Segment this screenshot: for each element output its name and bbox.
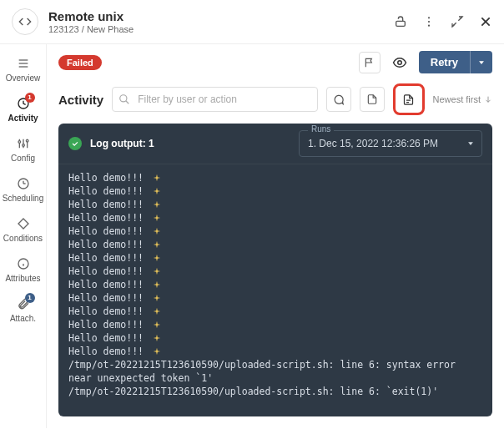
more-menu-icon[interactable] <box>422 15 436 28</box>
sort-label: Newest first <box>433 94 481 104</box>
activity-heading: Activity <box>58 93 103 107</box>
log-console: Log output: 1 Runs 1. Dec 15, 2022 12:36… <box>58 124 492 416</box>
retry-dropdown-button[interactable] <box>470 51 492 73</box>
svg-point-2 <box>428 21 430 23</box>
svg-marker-32 <box>154 188 160 194</box>
runs-selected-value: 1. Dec 15, 2022 12:36:26 PM <box>308 138 438 149</box>
svg-marker-30 <box>468 142 473 145</box>
runs-legend: Runs <box>308 124 334 134</box>
svg-point-15 <box>26 139 28 142</box>
watch-button[interactable] <box>389 52 411 73</box>
conditions-icon <box>16 216 31 231</box>
activity-badge: 1 <box>25 93 35 103</box>
svg-marker-24 <box>479 61 484 64</box>
sidebar-item-attributes[interactable]: Attributes <box>0 250 47 290</box>
scheduling-icon <box>16 176 31 191</box>
svg-marker-44 <box>154 348 160 355</box>
svg-point-1 <box>428 17 430 18</box>
sort-control[interactable]: Newest first <box>433 94 492 104</box>
svg-marker-34 <box>154 214 160 221</box>
status-badge-failed: Failed <box>58 55 102 70</box>
svg-marker-42 <box>154 321 160 328</box>
page-title: Remote unix <box>48 9 384 23</box>
retry-button[interactable]: Retry <box>419 51 470 73</box>
svg-point-23 <box>398 60 402 64</box>
svg-marker-41 <box>154 308 160 315</box>
sidebar-label-scheduling: Scheduling <box>3 194 43 203</box>
svg-point-25 <box>120 95 127 102</box>
overview-icon <box>16 56 31 71</box>
sidebar-label-activity: Activity <box>8 114 38 123</box>
svg-marker-31 <box>154 174 160 181</box>
flag-button[interactable] <box>359 52 381 73</box>
sidebar: Overview 1 Activity Config Scheduling Co… <box>0 44 47 428</box>
sidebar-item-conditions[interactable]: Conditions <box>0 209 47 250</box>
breadcrumb-id: 123123 <box>48 24 79 34</box>
sidebar-label-attributes: Attributes <box>5 274 40 283</box>
log-status-icon <box>68 137 82 150</box>
sidebar-label-overview: Overview <box>6 73 41 83</box>
breadcrumb-phase: New Phase <box>87 24 134 34</box>
sidebar-label-config: Config <box>11 154 35 163</box>
sidebar-item-activity[interactable]: 1 Activity <box>0 89 47 129</box>
filter-comments-button[interactable] <box>326 87 351 112</box>
breadcrumb: 123123 / New Phase <box>48 24 384 34</box>
log-output-label: Log output: 1 <box>90 138 154 149</box>
svg-marker-33 <box>154 201 160 208</box>
search-icon <box>118 93 130 105</box>
svg-point-13 <box>18 141 21 144</box>
filter-logs-button[interactable] <box>393 83 425 115</box>
attach-badge: 1 <box>25 293 35 303</box>
sidebar-item-config[interactable]: Config <box>0 129 47 169</box>
svg-line-26 <box>126 101 129 104</box>
attributes-icon <box>16 256 31 271</box>
sidebar-item-scheduling[interactable]: Scheduling <box>0 169 47 209</box>
svg-marker-37 <box>154 255 160 261</box>
arrow-down-icon <box>484 94 492 104</box>
header-titles: Remote unix 123123 / New Phase <box>48 9 384 34</box>
svg-marker-35 <box>154 228 160 235</box>
svg-marker-40 <box>154 295 160 301</box>
svg-point-3 <box>428 25 430 27</box>
sidebar-label-attach: Attach. <box>10 314 36 323</box>
breadcrumb-sep: / <box>79 24 87 34</box>
log-output-body[interactable]: Hello demo!!! Hello demo!!! Hello demo!!… <box>58 164 492 416</box>
expand-icon[interactable] <box>451 15 464 28</box>
activity-filter-input[interactable] <box>112 87 317 112</box>
sidebar-label-conditions: Conditions <box>3 234 43 243</box>
svg-point-14 <box>22 144 24 147</box>
sidebar-item-attach[interactable]: 1 Attach. <box>0 290 47 330</box>
runs-dropdown[interactable]: Runs 1. Dec 15, 2022 12:36:26 PM <box>299 130 482 157</box>
config-icon <box>16 136 31 151</box>
svg-marker-39 <box>154 281 160 288</box>
svg-marker-36 <box>154 241 160 248</box>
svg-marker-19 <box>18 219 28 229</box>
main-panel: Failed Retry Activity <box>47 44 504 428</box>
close-icon[interactable] <box>479 15 492 28</box>
chevron-down-icon <box>466 139 475 148</box>
filter-files-button[interactable] <box>360 87 385 112</box>
svg-marker-43 <box>154 335 160 341</box>
svg-rect-0 <box>396 21 406 26</box>
svg-marker-38 <box>154 268 160 275</box>
task-type-icon <box>12 8 38 35</box>
lock-icon[interactable] <box>394 15 407 28</box>
header-bar: Remote unix 123123 / New Phase <box>0 0 504 44</box>
sidebar-item-overview[interactable]: Overview <box>0 49 47 89</box>
